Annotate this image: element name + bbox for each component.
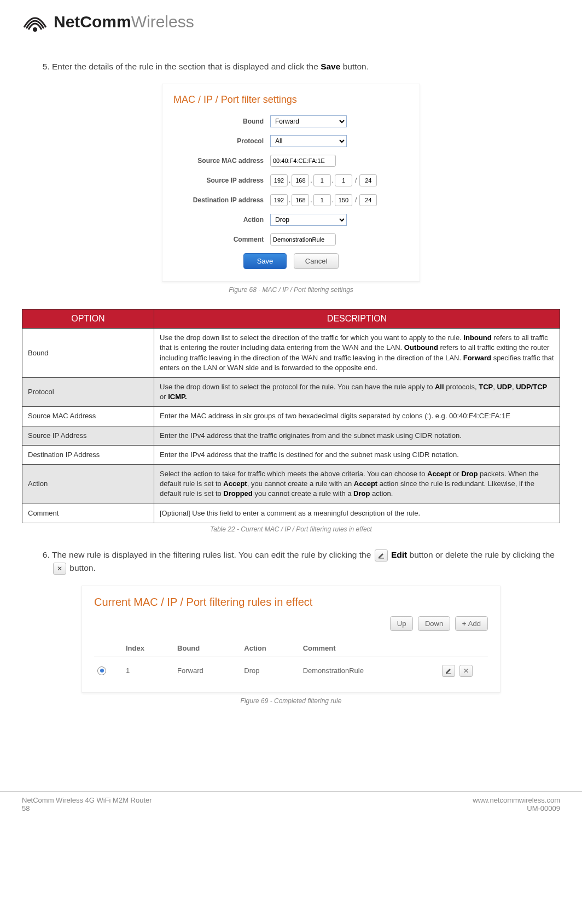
dst-ip-4[interactable]: [335, 194, 352, 206]
step-6: The new rule is displayed in the filteri…: [52, 548, 560, 575]
table-row: ActionSelect the action to take for traf…: [22, 464, 560, 504]
table-row: Source IP AddressEnter the IPv4 address …: [22, 426, 560, 445]
protocol-select[interactable]: All: [270, 135, 347, 147]
th-action: Action: [241, 640, 299, 657]
dst-ip-1[interactable]: [270, 194, 288, 206]
rules-title: Current MAC / IP / Port filtering rules …: [94, 596, 488, 609]
cell-option: Protocol: [22, 378, 154, 407]
cell-comment: DemonstrationRule: [300, 657, 438, 678]
footer-url: www.netcommwireless.com: [473, 796, 560, 804]
table-22-caption: Table 22 - Current MAC / IP / Port filte…: [22, 525, 560, 533]
cancel-button[interactable]: Cancel: [294, 253, 339, 269]
cell-action: Drop: [241, 657, 299, 678]
brand-text: NetCommWireless: [54, 13, 194, 31]
label-action: Action: [173, 216, 270, 224]
table-row: ProtocolUse the drop down list to select…: [22, 378, 560, 407]
th-comment: Comment: [300, 640, 438, 657]
footer-product: NetComm Wireless 4G WiFi M2M Router: [22, 796, 152, 804]
brand-logo: NetCommWireless: [22, 11, 560, 33]
label-src-ip: Source IP address: [173, 177, 270, 184]
cell-option: Action: [22, 464, 154, 504]
cell-index: 1: [123, 657, 174, 678]
src-ip-2[interactable]: [292, 174, 309, 186]
cell-description: Select the action to take for traffic wh…: [154, 464, 560, 504]
page-footer: NetComm Wireless 4G WiFi M2M Router 58 w…: [0, 791, 582, 821]
th-option: OPTION: [22, 309, 154, 329]
src-ip-1[interactable]: [270, 174, 288, 186]
panel-title: MAC / IP / Port filter settings: [173, 94, 409, 106]
bound-select[interactable]: Forward: [270, 115, 347, 127]
figure-68-caption: Figure 68 - MAC / IP / Port filtering se…: [22, 286, 560, 294]
table-row: Source MAC AddressEnter the MAC address …: [22, 407, 560, 426]
cell-option: Comment: [22, 504, 154, 523]
logo-icon: [22, 11, 48, 33]
rules-panel: Current MAC / IP / Port filtering rules …: [82, 586, 500, 693]
edit-icon[interactable]: [375, 549, 388, 562]
footer-page: 58: [22, 804, 152, 812]
cell-description: Use the drop down list to select the dir…: [154, 329, 560, 378]
cell-option: Bound: [22, 329, 154, 378]
label-comment: Comment: [173, 236, 270, 243]
cell-option: Destination IP Address: [22, 445, 154, 464]
svg-point-0: [33, 27, 37, 32]
cell-description: Enter the IPv4 address that the traffic …: [154, 445, 560, 464]
footer-docid: UM-00009: [473, 804, 560, 812]
label-bound: Bound: [173, 118, 270, 125]
table-row: Comment[Optional] Use this field to ente…: [22, 504, 560, 523]
figure-69-caption: Figure 69 - Completed filtering rule: [22, 697, 560, 705]
cell-description: Use the drop down list to select the pro…: [154, 378, 560, 407]
src-mac-input[interactable]: [270, 155, 336, 167]
cell-description: Enter the IPv4 address that the traffic …: [154, 426, 560, 445]
dst-ip-cidr[interactable]: [359, 194, 377, 206]
th-description: DESCRIPTION: [154, 309, 560, 329]
action-select[interactable]: Drop: [270, 214, 347, 226]
label-protocol: Protocol: [173, 137, 270, 145]
table-row: Destination IP AddressEnter the IPv4 add…: [22, 445, 560, 464]
filter-settings-panel: MAC / IP / Port filter settings Bound Fo…: [162, 84, 420, 282]
src-ip-3[interactable]: [313, 174, 331, 186]
add-button[interactable]: + Add: [455, 616, 488, 631]
row-edit-icon[interactable]: [442, 665, 455, 677]
step-5: Enter the details of the rule in the sec…: [52, 60, 560, 73]
dst-ip-3[interactable]: [313, 194, 331, 206]
delete-icon[interactable]: ✕: [53, 563, 66, 575]
src-ip-cidr[interactable]: [359, 174, 377, 186]
row-delete-icon[interactable]: ✕: [459, 665, 473, 677]
th-index: Index: [123, 640, 174, 657]
label-src-mac: Source MAC address: [173, 157, 270, 165]
cell-description: [Optional] Use this field to enter a com…: [154, 504, 560, 523]
table-row: 1 Forward Drop DemonstrationRule ✕: [94, 657, 488, 678]
cell-bound: Forward: [174, 657, 241, 678]
save-button[interactable]: Save: [243, 253, 287, 269]
comment-input[interactable]: [270, 233, 336, 245]
dst-ip-2[interactable]: [292, 194, 309, 206]
options-table: OPTION DESCRIPTION BoundUse the drop dow…: [22, 309, 560, 523]
label-dst-ip: Destination IP address: [173, 196, 270, 204]
cell-description: Enter the MAC address in six groups of t…: [154, 407, 560, 426]
up-button[interactable]: Up: [390, 616, 414, 631]
cell-option: Source MAC Address: [22, 407, 154, 426]
down-button[interactable]: Down: [418, 616, 450, 631]
table-row: BoundUse the drop down list to select th…: [22, 329, 560, 378]
row-radio[interactable]: [97, 666, 106, 675]
cell-option: Source IP Address: [22, 426, 154, 445]
th-bound: Bound: [174, 640, 241, 657]
src-ip-4[interactable]: [335, 174, 352, 186]
